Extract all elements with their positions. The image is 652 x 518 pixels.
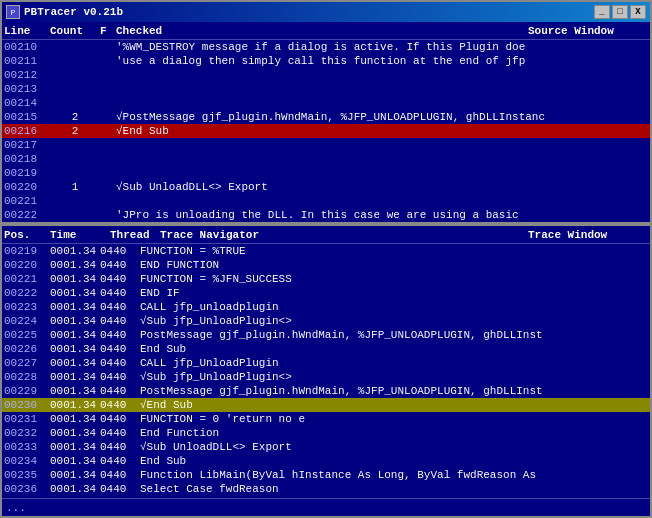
close-button[interactable]: X [630, 5, 646, 19]
trace-code: √Sub jfp_UnloadPlugin<> [140, 371, 648, 383]
trace-code: √Sub jfp_UnloadPlugin<> [140, 315, 648, 327]
code-line: 00213 [2, 82, 650, 96]
trace-line: 002280001.340440√Sub jfp_UnloadPlugin<> [2, 370, 650, 384]
trace-thread: 0440 [100, 483, 140, 495]
trace-code: END IF [140, 287, 648, 299]
col-checked: Checked [116, 25, 186, 37]
col-time: Time [50, 229, 110, 241]
trace-time: 0001.34 [50, 455, 100, 467]
code-line: 00212 [2, 68, 650, 82]
trace-thread: 0440 [100, 343, 140, 355]
status-text: ... [6, 502, 26, 514]
trace-line-number: 00230 [4, 399, 50, 411]
trace-line-number: 00223 [4, 301, 50, 313]
trace-code: √Sub UnloadDLL<> Export [140, 441, 648, 453]
line-number: 00219 [4, 167, 50, 179]
trace-code: CALL jfp_unloadplugin [140, 301, 648, 313]
trace-code: End Function [140, 427, 648, 439]
line-number: 00216 [4, 125, 50, 137]
trace-code: End Sub [140, 343, 648, 355]
trace-thread: 0440 [100, 315, 140, 327]
trace-time: 0001.34 [50, 259, 100, 271]
trace-line-number: 00227 [4, 357, 50, 369]
code-line: 002162√End Sub [2, 124, 650, 138]
trace-time: 0001.34 [50, 371, 100, 383]
trace-time: 0001.34 [50, 329, 100, 341]
trace-line: 002200001.340440END FUNCTION [2, 258, 650, 272]
trace-time: 0001.34 [50, 343, 100, 355]
line-number: 00222 [4, 209, 50, 221]
col-window: Trace Window [528, 229, 648, 241]
trace-code: Select Case fwdReason [140, 483, 648, 495]
trace-code: CALL jfp_UnloadPlugin [140, 357, 648, 369]
col-thread: Thread [110, 229, 160, 241]
trace-line: 002260001.340440End Sub [2, 342, 650, 356]
trace-line-number: 00221 [4, 273, 50, 285]
trace-thread: 0440 [100, 301, 140, 313]
line-number: 00218 [4, 153, 50, 165]
trace-line: 002310001.340440FUNCTION = 0 'return no … [2, 412, 650, 426]
code-line: 00221 [2, 194, 650, 208]
trace-thread: 0440 [100, 469, 140, 481]
trace-column-header: Pos. Time Thread Trace Navigator Trace W… [2, 226, 650, 244]
title-buttons: _ □ X [594, 5, 646, 19]
code-line: 00217 [2, 138, 650, 152]
trace-line: 002300001.340440√End Sub [2, 398, 650, 412]
trace-thread: 0440 [100, 245, 140, 257]
line-number: 00213 [4, 83, 50, 95]
col-count: Count [50, 25, 100, 37]
col-f: F [100, 25, 116, 37]
trace-line-number: 00219 [4, 245, 50, 257]
code-lines-container: 00210 '%WM_DESTROY message if a dialog i… [2, 40, 650, 222]
trace-line: 002220001.340440END IF [2, 286, 650, 300]
code-line: 00222 'JPro is unloading the DLL. In thi… [2, 208, 650, 222]
code-text: 'use a dialog then simply call this func… [116, 55, 648, 67]
trace-line-number: 00233 [4, 441, 50, 453]
code-line: 00211 'use a dialog then simply call thi… [2, 54, 650, 68]
code-text: √End Sub [116, 125, 648, 137]
trace-code: PostMessage gjf_plugin.hWndMain, %JFP_UN… [140, 385, 648, 397]
trace-time: 0001.34 [50, 301, 100, 313]
trace-time: 0001.34 [50, 385, 100, 397]
code-text: '%WM_DESTROY message if a dialog is acti… [116, 41, 648, 53]
trace-code: Function LibMain(ByVal hInstance As Long… [140, 469, 648, 481]
code-column-header: Line Count F Checked Source Window [2, 22, 650, 40]
trace-thread: 0440 [100, 399, 140, 411]
code-text: 'JPro is unloading the DLL. In this case… [116, 209, 648, 221]
hit-count: 2 [50, 111, 100, 123]
trace-thread: 0440 [100, 385, 140, 397]
trace-line-number: 00231 [4, 413, 50, 425]
code-line: 002152 √PostMessage gjf_plugin.hWndMain,… [2, 110, 650, 124]
maximize-button[interactable]: □ [612, 5, 628, 19]
trace-line-number: 00236 [4, 483, 50, 495]
trace-line: 002230001.340440CALL jfp_unloadplugin [2, 300, 650, 314]
trace-thread: 0440 [100, 441, 140, 453]
hit-count: 1 [50, 181, 100, 193]
trace-code: FUNCTION = %JFN_SUCCESS [140, 273, 648, 285]
code-line: 002201 √Sub UnloadDLL<> Export [2, 180, 650, 194]
trace-line-number: 00220 [4, 259, 50, 271]
trace-code: √End Sub [140, 399, 648, 411]
trace-time: 0001.34 [50, 427, 100, 439]
app-icon: P [6, 5, 20, 19]
trace-lines-container: 002190001.340440 FUNCTION = %TRUE0022000… [2, 244, 650, 498]
trace-line: 002330001.340440√Sub UnloadDLL<> Export [2, 440, 650, 454]
code-line: 00218 [2, 152, 650, 166]
code-text: √PostMessage gjf_plugin.hWndMain, %JFP_U… [116, 111, 648, 123]
content-area: Line Count F Checked Source Window 00210… [2, 22, 650, 516]
line-number: 00215 [4, 111, 50, 123]
trace-thread: 0440 [100, 287, 140, 299]
trace-time: 0001.34 [50, 413, 100, 425]
line-number: 00221 [4, 195, 50, 207]
trace-line-number: 00234 [4, 455, 50, 467]
trace-time: 0001.34 [50, 315, 100, 327]
trace-time: 0001.34 [50, 245, 100, 257]
trace-line: 002340001.340440End Sub [2, 454, 650, 468]
line-number: 00220 [4, 181, 50, 193]
trace-code: END FUNCTION [140, 259, 648, 271]
trace-line-number: 00229 [4, 385, 50, 397]
trace-thread: 0440 [100, 273, 140, 285]
minimize-button[interactable]: _ [594, 5, 610, 19]
trace-thread: 0440 [100, 259, 140, 271]
trace-line-number: 00224 [4, 315, 50, 327]
